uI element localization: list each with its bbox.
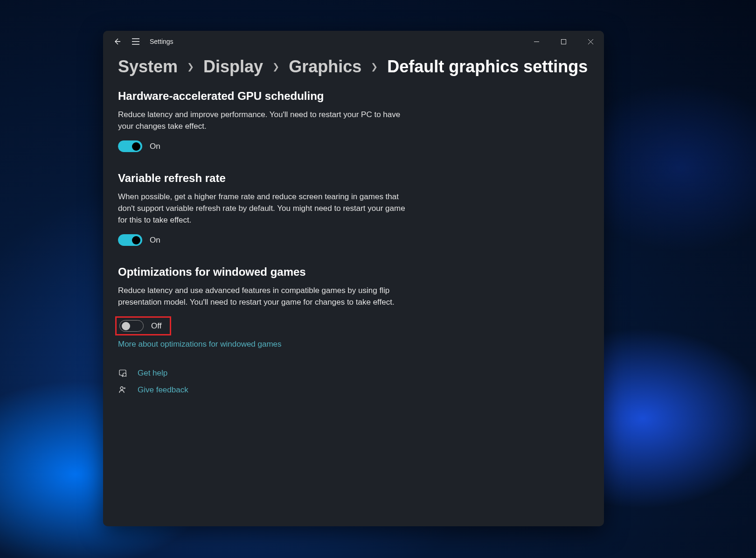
section-gpu-scheduling: Hardware-accelerated GPU scheduling Redu… [118, 90, 407, 152]
titlebar: Settings [103, 31, 604, 52]
breadcrumb: System ❯ Display ❯ Graphics ❯ Default gr… [118, 57, 589, 77]
section-title: Variable refresh rate [118, 172, 407, 185]
breadcrumb-graphics[interactable]: Graphics [289, 57, 361, 77]
gpu-scheduling-toggle[interactable] [118, 140, 142, 152]
section-windowed-optimizations: Optimizations for windowed games Reduce … [118, 265, 407, 349]
section-title: Hardware-accelerated GPU scheduling [118, 90, 407, 103]
maximize-button[interactable] [550, 31, 577, 52]
give-feedback-link[interactable]: Give feedback [138, 385, 188, 395]
section-description: Reduce latency and use advanced features… [118, 285, 407, 308]
window-controls [523, 31, 604, 52]
svg-rect-0 [561, 39, 566, 44]
get-help-link[interactable]: Get help [138, 369, 167, 378]
section-title: Optimizations for windowed games [118, 265, 407, 279]
vrr-toggle[interactable] [118, 234, 142, 246]
content-area: System ❯ Display ❯ Graphics ❯ Default gr… [103, 52, 604, 417]
minimize-button[interactable] [523, 31, 550, 52]
windowed-opt-toggle[interactable] [119, 320, 144, 332]
settings-window: Settings System ❯ Display ❯ Graphics ❯ D… [103, 31, 604, 526]
back-button[interactable] [112, 37, 122, 46]
chevron-right-icon: ❯ [272, 62, 279, 72]
hamburger-menu-icon[interactable] [131, 37, 140, 46]
more-about-link[interactable]: More about optimizations for windowed ga… [118, 340, 282, 349]
section-description: Reduce latency and improve performance. … [118, 109, 407, 132]
breadcrumb-current: Default graphics settings [387, 57, 588, 77]
footer-links: Get help Give feedback [118, 369, 589, 395]
svg-point-2 [120, 387, 123, 390]
help-icon [118, 369, 127, 378]
toggle-state-label: On [150, 236, 160, 245]
section-description: When possible, get a higher frame rate a… [118, 191, 407, 226]
toggle-state-label: Off [151, 321, 161, 331]
annotation-highlight-box: Off [115, 316, 171, 335]
close-button[interactable] [577, 31, 604, 52]
svg-point-1 [123, 373, 126, 377]
feedback-icon [118, 385, 127, 395]
breadcrumb-system[interactable]: System [118, 57, 178, 77]
chevron-right-icon: ❯ [187, 62, 194, 72]
window-title: Settings [150, 38, 173, 45]
chevron-right-icon: ❯ [371, 62, 378, 72]
breadcrumb-display[interactable]: Display [203, 57, 263, 77]
toggle-state-label: On [150, 142, 160, 151]
section-variable-refresh-rate: Variable refresh rate When possible, get… [118, 172, 407, 246]
